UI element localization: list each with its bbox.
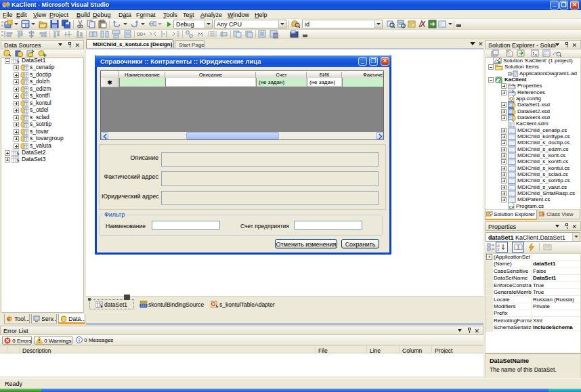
svg-text:C#: C# [509,205,515,209]
svg-text:Z: Z [497,248,500,251]
svg-text:00+: 00+ [137,31,146,37]
